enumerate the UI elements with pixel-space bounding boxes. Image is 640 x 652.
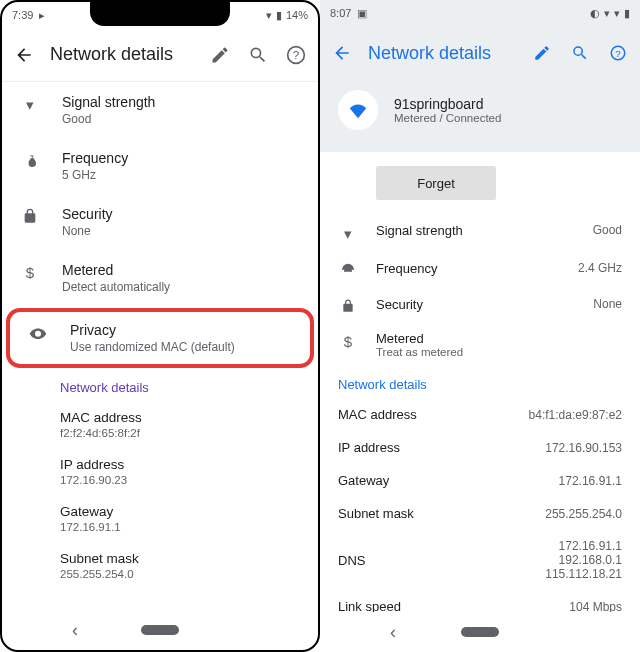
search-icon[interactable] xyxy=(570,43,590,63)
nav-back-icon[interactable]: ‹ xyxy=(390,622,396,643)
network-banner: 91springboard Metered / Connected xyxy=(320,80,640,152)
row-frequency[interactable]: Frequency 2.4 GHz xyxy=(320,252,640,288)
status-bar: 8:07 ▣ ◐ ▾ ▾ ▮ xyxy=(320,0,640,26)
row-metered[interactable]: $ MeteredDetect automatically xyxy=(2,250,318,306)
sync-icon: ◐ xyxy=(590,7,600,20)
youtube-icon: ▸ xyxy=(39,9,45,22)
nav-home-pill[interactable] xyxy=(141,625,179,635)
nav-bar: ‹ xyxy=(320,612,640,652)
row-ip-address[interactable]: IP address172.16.90.23 xyxy=(2,448,318,495)
row-link-speed[interactable]: Link speed104 Mbps xyxy=(320,590,640,612)
frequency-icon xyxy=(20,152,40,170)
battery-icon: ▮ xyxy=(624,7,630,20)
row-signal-strength[interactable]: ▾ Signal strengthGood xyxy=(2,82,318,138)
wifi-strength-icon: ▾ xyxy=(20,96,40,114)
display-notch xyxy=(90,0,230,26)
row-frequency[interactable]: Frequency5 GHz xyxy=(2,138,318,194)
row-privacy[interactable]: PrivacyUse randomized MAC (default) xyxy=(10,316,310,360)
wifi-strength-icon: ▾ xyxy=(338,225,358,243)
phone-left: 7:39 ▸ ▾ ▮ 14% Network details ? ▾ Signa… xyxy=(0,0,320,652)
svg-text:?: ? xyxy=(615,48,621,59)
wifi-icon: ▾ xyxy=(614,7,620,20)
battery-percent: 14% xyxy=(286,9,308,21)
back-icon[interactable] xyxy=(332,43,352,63)
frequency-icon xyxy=(338,263,358,279)
back-icon[interactable] xyxy=(14,45,34,65)
row-security[interactable]: Security None xyxy=(320,288,640,322)
row-subnet-mask[interactable]: Subnet mask255.255.254.0 xyxy=(2,542,318,589)
lock-icon xyxy=(20,208,40,224)
page-title: Network details xyxy=(368,43,516,64)
row-subnet-mask[interactable]: Subnet mask255.255.254.0 xyxy=(320,497,640,530)
battery-icon: ▮ xyxy=(276,9,282,22)
search-icon[interactable] xyxy=(248,45,268,65)
header-bar: Network details ? xyxy=(320,26,640,80)
edit-icon[interactable] xyxy=(210,45,230,65)
wifi-badge-icon xyxy=(338,90,378,130)
privacy-highlight: PrivacyUse randomized MAC (default) xyxy=(6,308,314,368)
nav-home-pill[interactable] xyxy=(461,627,499,637)
help-icon[interactable]: ? xyxy=(286,45,306,65)
svg-text:?: ? xyxy=(293,48,300,61)
content-scroll[interactable]: Forget ▾ Signal strength Good Frequency … xyxy=(320,152,640,612)
phone-right: 8:07 ▣ ◐ ▾ ▾ ▮ Network details ? 91sprin… xyxy=(320,0,640,652)
status-time: 7:39 xyxy=(12,9,33,21)
row-signal-strength[interactable]: ▾ Signal strength Good xyxy=(320,214,640,252)
section-network-details: Network details xyxy=(320,367,640,398)
forget-button[interactable]: Forget xyxy=(376,166,496,200)
dollar-icon: $ xyxy=(338,333,358,350)
screenshot-icon: ▣ xyxy=(357,7,367,20)
edit-icon[interactable] xyxy=(532,43,552,63)
section-network-details: Network details xyxy=(2,370,318,401)
network-ssid: 91springboard xyxy=(394,96,501,112)
content-scroll[interactable]: ▾ Signal strengthGood Frequency5 GHz Sec… xyxy=(2,82,318,610)
row-gateway[interactable]: Gateway172.16.91.1 xyxy=(2,495,318,542)
page-title: Network details xyxy=(50,44,194,65)
row-mac-address[interactable]: MAC addressb4:f1:da:e9:87:e2 xyxy=(320,398,640,431)
header-bar: Network details ? xyxy=(2,28,318,82)
dollar-icon: $ xyxy=(20,264,40,281)
eye-icon xyxy=(28,324,48,342)
row-security[interactable]: SecurityNone xyxy=(2,194,318,250)
help-icon[interactable]: ? xyxy=(608,43,628,63)
signal-icon: ▾ xyxy=(604,7,610,20)
row-gateway[interactable]: Gateway172.16.91.1 xyxy=(320,464,640,497)
lock-icon xyxy=(338,299,358,313)
row-mac-address[interactable]: MAC addressf2:f2:4d:65:8f:2f xyxy=(2,401,318,448)
row-dns[interactable]: DNS172.16.91.1 192.168.0.1 115.112.18.21 xyxy=(320,530,640,590)
nav-back-icon[interactable]: ‹ xyxy=(72,620,78,641)
network-status: Metered / Connected xyxy=(394,112,501,124)
row-ip-address[interactable]: IP address172.16.90.153 xyxy=(320,431,640,464)
row-metered[interactable]: $ Metered Treat as metered xyxy=(320,322,640,367)
wifi-icon: ▾ xyxy=(266,9,272,22)
nav-bar: ‹ xyxy=(2,610,318,650)
status-time: 8:07 xyxy=(330,7,351,19)
